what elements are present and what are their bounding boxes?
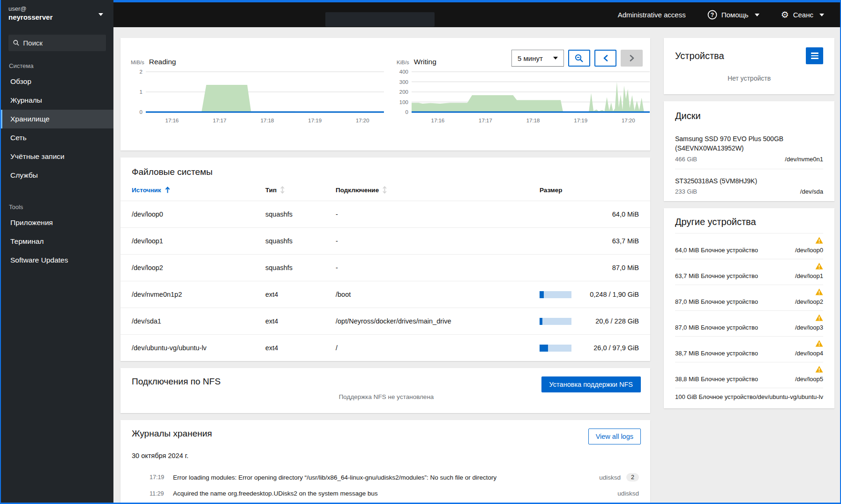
table-row[interactable]: /dev/loop1squashfs-63,7 MiB [120,227,650,254]
other-devices-title: Другие устройства [675,217,823,227]
masthead: Administrative access ? Помощь ⚙ Сеанс [113,0,840,27]
fs-size-text: 26,0 / 97,9 GiB [576,344,639,352]
help-menu[interactable]: ? Помощь [707,10,759,20]
fs-type: squashfs [265,237,336,245]
block-device-item[interactable]: 100 GiB Блочное устройство/dev/ubuntu-vg… [675,388,823,406]
search-input[interactable] [23,39,101,47]
fs-source: /dev/loop2 [132,264,265,271]
column-source-sort[interactable]: Источник [132,187,265,194]
svg-text:17:20: 17:20 [622,118,635,123]
disk-item[interactable]: Samsung SSD 970 EVO Plus 500GB (S4EVNX0W… [675,127,823,169]
svg-text:2: 2 [140,69,143,75]
usage-bar [540,291,571,298]
warning-triangle-icon [815,263,823,270]
fs-size: 20,6 / 228 GiB [540,317,639,325]
time-range-select[interactable]: 5 минут [511,50,564,67]
fs-size-text: 20,6 / 228 GiB [576,317,639,325]
block-device-item[interactable]: 87,0 MiB Блочное устройство/dev/loop3 [675,310,823,336]
disk-item[interactable]: ST3250318AS (5VM8HJ9K)233 GiB/dev/sda [675,169,823,201]
block-device-item[interactable]: 38,8 MiB Блочное устройство/dev/loop5 [675,362,823,388]
fs-mount: - [336,211,540,218]
sidebar-item-службы[interactable]: Службы [1,166,113,185]
next-range-button[interactable] [621,50,643,67]
devices-menu-button[interactable] [806,47,823,64]
sidebar-item-журналы[interactable]: Журналы [1,91,113,110]
block-device-path: /dev/loop0 [795,247,823,254]
storage-logs-card: Журналы хранения View all logs 30 октябр… [120,420,650,503]
block-device-name: 87,0 MiB Блочное устройство [675,324,758,331]
zoom-out-button[interactable] [568,50,590,67]
filesystems-table-header: Источник Тип [120,179,650,201]
svg-text:17:16: 17:16 [431,118,444,123]
log-count-badge: 2 [626,473,639,481]
nfs-card: Подключения по NFS Установка поддержки N… [120,368,650,413]
log-service: udisksd [599,474,621,481]
sidebar-item-хранилище[interactable]: Хранилище [1,110,113,128]
hamburger-icon [811,53,818,54]
disks-card: Диски Samsung SSD 970 EVO Plus 500GB (S4… [664,101,834,201]
disk-size: 466 GiB [675,156,697,163]
block-device-name: 38,7 MiB Блочное устройство [675,350,758,357]
other-devices-list: 64,0 MiB Блочное устройство/dev/loop063,… [675,233,823,406]
block-device-item[interactable]: 64,0 MiB Блочное устройство/dev/loop0 [675,233,823,259]
warning-triangle-icon [815,314,823,321]
svg-text:0: 0 [405,109,408,115]
nfs-title: Подключения по NFS [132,376,221,387]
warning-triangle-icon [815,237,823,244]
svg-text:17:19: 17:19 [574,118,587,123]
fs-source: /dev/sda1 [132,317,265,325]
log-message: Error loading modules: Error opening dir… [173,474,594,481]
table-row[interactable]: /dev/ubuntu-vg/ubuntu-lvext4/26,0 / 97,9… [120,334,650,361]
sidebar-item-сеть[interactable]: Сеть [1,128,113,147]
previous-range-button[interactable] [594,50,616,67]
administrative-access-button[interactable]: Administrative access [618,11,686,19]
chevron-down-icon [755,14,759,16]
table-row[interactable]: /dev/loop0squashfs-64,0 MiB [120,201,650,227]
host-name: neyrosserver [8,13,106,22]
session-menu[interactable]: ⚙ Сеанс [781,10,824,19]
fs-size-text: 0,248 / 1,90 GiB [576,291,639,298]
table-row[interactable]: /dev/nvme0n1p2ext4/boot0,248 / 1,90 GiB [120,281,650,308]
column-mount-sort[interactable]: Подключение [336,186,540,194]
host-switcher[interactable]: user@ neyrosserver [1,0,113,27]
devices-empty-text: Нет устройств [675,75,823,82]
writing-unit-label: KiB/s [397,60,409,65]
fs-mount: - [336,237,540,245]
block-device-name: 64,0 MiB Блочное устройство [675,247,758,254]
sidebar-search[interactable] [8,35,106,51]
svg-text:17:17: 17:17 [213,118,226,123]
fs-type: squashfs [265,211,336,218]
column-type-sort[interactable]: Тип [265,186,336,194]
block-device-item[interactable]: 38,7 MiB Блочное устройство/dev/loop4 [675,336,823,362]
fs-source: /dev/ubuntu-vg/ubuntu-lv [132,344,265,352]
view-all-logs-button[interactable]: View all logs [588,429,641,444]
log-time: 11:29 [150,490,168,497]
svg-text:17:20: 17:20 [356,118,369,123]
fs-type: ext4 [265,317,336,325]
writing-chart: KiB/s Writing 010020030040017:1617:1717:… [393,58,652,131]
nfs-empty-text: Поддержка NFS не установлена [132,393,641,400]
svg-text:17:17: 17:17 [479,118,492,123]
sidebar-item-обзор[interactable]: Обзор [1,72,113,91]
svg-text:17:16: 17:16 [165,118,179,123]
sidebar-item-учётные-записи[interactable]: Учётные записи [1,147,113,166]
sidebar-item-приложения[interactable]: Приложения [1,213,113,232]
block-device-path: /dev/loop3 [795,324,823,331]
table-row[interactable]: /dev/loop2squashfs-87,0 MiB [120,254,650,281]
block-device-item[interactable]: 87,0 MiB Блочное устройство/dev/loop2 [675,285,823,310]
install-nfs-button[interactable]: Установка поддержки NFS [541,376,641,392]
writing-area-chart: 010020030040017:1617:1717:1817:1917:20 [393,67,652,129]
table-row[interactable]: /dev/sda1ext4/opt/Neyross/docker/drives/… [120,308,650,334]
disk-path: /dev/nvme0n1 [785,156,823,163]
log-entry[interactable]: 17:19Error loading modules: Error openin… [132,469,641,486]
block-device-path: /dev/loop2 [795,298,823,305]
log-entry[interactable]: 11:29Acquired the name org.freedesktop.U… [132,486,641,501]
block-device-item[interactable]: 63,7 MiB Блочное устройство/dev/loop1 [675,259,823,285]
sidebar-item-терминал[interactable]: Терминал [1,232,113,251]
fs-size: 63,7 MiB [540,237,639,245]
reading-area-chart: 01217:1617:1717:1817:1917:20 [127,67,386,129]
svg-text:1: 1 [140,89,143,95]
sidebar-item-software-updates[interactable]: Software Updates [1,251,113,270]
other-devices-card: Другие устройства 64,0 MiB Блочное устро… [664,208,834,408]
disks-title: Диски [675,111,823,121]
